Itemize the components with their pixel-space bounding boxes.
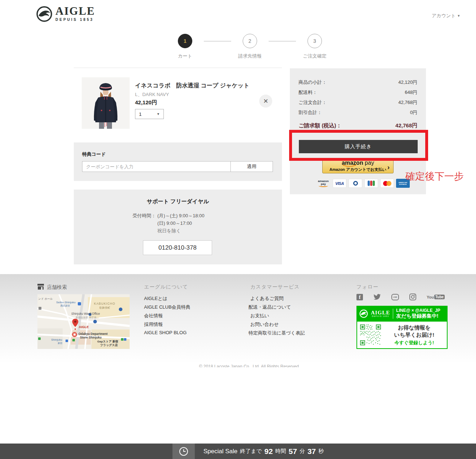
- summary-label: 商品の小計：: [298, 79, 327, 86]
- step-1-label: カート: [178, 53, 192, 59]
- pay-logo-text: pay: [365, 160, 374, 166]
- visa-icon: VISA: [333, 179, 346, 188]
- store-icon: [37, 284, 44, 291]
- sale-countdown-text: Special Sale 終了まで 92 時間 57 分 37 秒: [203, 444, 324, 459]
- product-variant: L、DARK NAVY: [135, 91, 169, 98]
- remove-item-button[interactable]: ✕: [259, 95, 272, 108]
- amazon-pay-icon: amazon pay: [316, 180, 331, 187]
- map-label: Gapストア 新宿: [97, 340, 118, 343]
- footer-link-faq[interactable]: よくあるご質問: [250, 295, 284, 302]
- product-price: 42,120円: [135, 99, 157, 106]
- step-1-number: 1: [184, 38, 187, 44]
- line-banner-header: AIGLE DEPUIS 1853 LINE@ × @AIGLE_JP 友だち登…: [356, 306, 448, 322]
- summary-row-subtotal: 商品の小計： 42,120円: [298, 79, 417, 86]
- copyright: © 2018 Lacoste Japan Co., Ltd. All Right…: [0, 364, 476, 367]
- store-search-label[interactable]: 店舗検索: [47, 284, 67, 291]
- facebook-icon[interactable]: f: [356, 294, 363, 300]
- map-label: 新宿: [58, 342, 63, 345]
- map-label: Shinjuku: [51, 338, 62, 341]
- annotation-text: 確定後下一步: [405, 170, 464, 183]
- line-banner-body: お得な情報を いち早くお届け! 今すぐ登録しよう!: [356, 322, 448, 349]
- footer-link-contact[interactable]: お問い合わせ: [250, 321, 279, 328]
- map-label: 歌舞伎町: [99, 306, 111, 309]
- store-map[interactable]: ンド ホール Seibu-Shinjuku 西武新宿 KABUKICHO 歌舞伎…: [37, 294, 130, 349]
- map-label: Store Shinjuku: [80, 336, 102, 339]
- summary-row-shipping: 配送料： 648円: [298, 89, 417, 96]
- chevron-right-icon: ›: [387, 163, 390, 171]
- countdown-minutes: 57: [289, 447, 297, 456]
- line-banner-message: お得な情報を いち早くお届け! 今すぐ登録しよう!: [385, 324, 444, 346]
- footer-service-title: カスタマーサービス: [250, 284, 300, 290]
- diners-club-icon: [349, 179, 362, 188]
- footer-link-about-aigle[interactable]: AIGLEとは: [144, 295, 167, 302]
- coupon-apply-button[interactable]: 適用: [230, 161, 273, 172]
- footer-link-club[interactable]: AIGLE CLUB会員特典: [144, 304, 190, 310]
- twitter-icon[interactable]: [373, 294, 381, 300]
- cart-divider: [74, 68, 282, 68]
- account-menu[interactable]: アカウント ▼: [432, 13, 460, 19]
- countdown-seconds: 37: [307, 447, 316, 456]
- map-label: フラッグス店: [100, 343, 118, 347]
- quantity-select[interactable]: 1 ▼: [135, 109, 164, 119]
- footer-link-legal[interactable]: 特定商取引法に基づく表記: [248, 330, 305, 336]
- summary-total-row: ご請求額 (税込)： 42,768円: [298, 122, 417, 129]
- step-3-label: ご注文確定: [303, 53, 326, 59]
- step-2-number: 2: [248, 38, 251, 44]
- footer-link-company[interactable]: 会社情報: [144, 313, 163, 319]
- total-value: 42,768円: [395, 122, 417, 129]
- summary-label: 配送料：: [298, 89, 317, 96]
- divider: [393, 309, 393, 319]
- map-label: KABUKICHO: [94, 302, 115, 305]
- clock-icon: [179, 446, 189, 456]
- map-label: 新宿区役所 本庁舎: [76, 316, 96, 319]
- map-label: ンド ホール: [38, 297, 53, 300]
- instagram-icon[interactable]: [409, 294, 416, 300]
- step-connector-2: [269, 41, 296, 41]
- amazon-pay-button[interactable]: amazon pay Amazon アカウントでお支払い ›: [322, 159, 394, 173]
- support-phone[interactable]: 0120-810-378: [143, 240, 212, 255]
- map-label: Seibu-Shinjuku: [56, 301, 76, 304]
- step-connector-1: [204, 41, 231, 41]
- account-label: アカウント: [432, 13, 456, 19]
- brand-name: AIGLE: [55, 6, 95, 17]
- support-hours-note: 祝日を除く: [157, 228, 181, 234]
- footer-link-payment[interactable]: お支払い: [250, 313, 269, 319]
- brand-logo[interactable]: AIGLE DEPUIS 1853: [36, 6, 95, 22]
- coupon-input[interactable]: [82, 161, 230, 172]
- summary-label: ご注文合計：: [298, 99, 327, 106]
- youtube-icon[interactable]: You Tube: [427, 295, 445, 299]
- chevron-down-icon: ▼: [157, 112, 160, 116]
- product-image[interactable]: [82, 77, 130, 130]
- summary-value: 42,120円: [398, 79, 417, 86]
- payment-methods-row: amazon pay VISA AMERICAN EXPRESS: [316, 179, 410, 188]
- quantity-value: 1: [139, 112, 142, 117]
- footer-link-shipping[interactable]: 配送・返品について: [248, 304, 291, 310]
- map-label: AIGLE: [79, 325, 89, 329]
- support-hours-sunday: (日) 9:00～17:00: [157, 220, 192, 227]
- support-hours-weekday: (月)～(土) 9:00～18:00: [157, 213, 205, 219]
- product-title[interactable]: イネスコラボ 防水透湿 コープ ジャケット: [135, 82, 250, 90]
- line-banner-brand: AIGLE DEPUIS 1853: [371, 310, 390, 317]
- summary-row-order-total: ご注文合計： 42,768円: [298, 99, 417, 106]
- map-label: Odakyu Department: [78, 332, 108, 336]
- sale-countdown-bar[interactable]: Special Sale 終了まで 92 時間 57 分 37 秒: [0, 444, 476, 459]
- line-icon[interactable]: LINE: [391, 294, 399, 300]
- chevron-down-icon: ▼: [457, 14, 461, 18]
- summary-value: 0円: [410, 109, 417, 116]
- aigle-bird-icon-white: [359, 309, 368, 318]
- total-label: ご請求額 (税込)：: [298, 122, 342, 129]
- footer-link-blog[interactable]: AIGLE SHOP BLOG: [144, 330, 187, 335]
- sale-title: Special Sale: [203, 448, 238, 455]
- checkout-button[interactable]: 購入手続き: [299, 140, 418, 153]
- line-banner[interactable]: AIGLE DEPUIS 1853 LINE@ × @AIGLE_JP 友だち登…: [356, 306, 448, 349]
- summary-label: 割引合計：: [298, 109, 322, 116]
- coupon-label: 特典コード: [82, 151, 106, 158]
- support-title: サポート フリーダイヤル: [74, 198, 282, 205]
- social-icons-row: f LINE You Tube: [356, 294, 445, 300]
- footer-link-recruit[interactable]: 採用情報: [144, 321, 163, 328]
- support-hours-label: 受付時間：: [133, 213, 156, 219]
- close-icon: ✕: [263, 97, 268, 105]
- line-banner-headline: LINE@ × @AIGLE_JP 友だち登録募集中!: [396, 308, 440, 319]
- countdown-hours: 92: [264, 447, 273, 456]
- summary-row-discount: 割引合計： 0円: [298, 109, 417, 116]
